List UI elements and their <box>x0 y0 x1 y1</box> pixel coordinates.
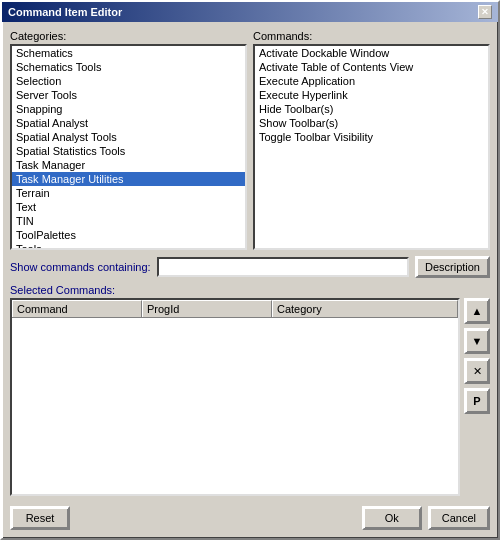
title-bar: Command Item Editor ✕ <box>2 2 498 22</box>
list-item[interactable]: Toggle Toolbar Visibility <box>255 130 488 144</box>
description-button[interactable]: Description <box>415 256 490 278</box>
list-item[interactable]: ToolPalettes <box>12 228 245 242</box>
table-body <box>12 318 458 494</box>
selected-area: Command ProgId Category ▲ ▼ ✕ P <box>10 298 490 496</box>
list-item[interactable]: Task Manager Utilities <box>12 172 245 186</box>
selected-commands-label: Selected Commands: <box>10 284 490 296</box>
list-item[interactable]: Execute Hyperlink <box>255 88 488 102</box>
search-row: Show commands containing: Description <box>10 256 490 278</box>
list-item[interactable]: TIN <box>12 214 245 228</box>
list-item[interactable]: Execute Application <box>255 74 488 88</box>
ok-button[interactable]: Ok <box>362 506 422 530</box>
main-window: Command Item Editor ✕ Categories: Schema… <box>0 0 500 540</box>
column-category: Category <box>272 300 458 317</box>
selected-commands-section: Selected Commands: Command ProgId Catego… <box>10 284 490 496</box>
list-item[interactable]: Spatial Analyst Tools <box>12 130 245 144</box>
commands-listbox[interactable]: Activate Dockable WindowActivate Table o… <box>253 44 490 250</box>
column-command: Command <box>12 300 142 317</box>
panels-row: Categories: SchematicsSchematics ToolsSe… <box>10 30 490 250</box>
categories-panel: Categories: SchematicsSchematics ToolsSe… <box>10 30 247 250</box>
list-item[interactable]: Task Manager <box>12 158 245 172</box>
list-item[interactable]: Schematics <box>12 46 245 60</box>
close-button[interactable]: ✕ <box>478 5 492 19</box>
list-item[interactable]: Spatial Analyst <box>12 116 245 130</box>
categories-label: Categories: <box>10 30 247 42</box>
list-item[interactable]: Hide Toolbar(s) <box>255 102 488 116</box>
search-label: Show commands containing: <box>10 261 151 273</box>
categories-listbox[interactable]: SchematicsSchematics ToolsSelectionServe… <box>10 44 247 250</box>
title-bar-buttons: ✕ <box>478 5 492 19</box>
list-item[interactable]: Activate Dockable Window <box>255 46 488 60</box>
reset-button[interactable]: Reset <box>10 506 70 530</box>
side-buttons: ▲ ▼ ✕ P <box>464 298 490 496</box>
commands-panel: Commands: Activate Dockable WindowActiva… <box>253 30 490 250</box>
list-item[interactable]: Text <box>12 200 245 214</box>
list-item[interactable]: Selection <box>12 74 245 88</box>
cancel-button[interactable]: Cancel <box>428 506 490 530</box>
move-up-button[interactable]: ▲ <box>464 298 490 324</box>
list-item[interactable]: Server Tools <box>12 88 245 102</box>
remove-button[interactable]: ✕ <box>464 358 490 384</box>
ok-cancel-group: Ok Cancel <box>362 506 490 530</box>
move-down-button[interactable]: ▼ <box>464 328 490 354</box>
list-item[interactable]: Terrain <box>12 186 245 200</box>
bottom-buttons-row: Reset Ok Cancel <box>10 502 490 530</box>
list-item[interactable]: Activate Table of Contents View <box>255 60 488 74</box>
list-item[interactable]: Snapping <box>12 102 245 116</box>
properties-button[interactable]: P <box>464 388 490 414</box>
table-header: Command ProgId Category <box>12 300 458 318</box>
list-item[interactable]: Tools <box>12 242 245 250</box>
list-item[interactable]: Show Toolbar(s) <box>255 116 488 130</box>
search-input[interactable] <box>157 257 409 277</box>
column-progid: ProgId <box>142 300 272 317</box>
list-item[interactable]: Schematics Tools <box>12 60 245 74</box>
list-item[interactable]: Spatial Statistics Tools <box>12 144 245 158</box>
commands-label: Commands: <box>253 30 490 42</box>
content-area: Categories: SchematicsSchematics ToolsSe… <box>2 22 498 538</box>
selected-table: Command ProgId Category <box>10 298 460 496</box>
window-title: Command Item Editor <box>8 6 122 18</box>
